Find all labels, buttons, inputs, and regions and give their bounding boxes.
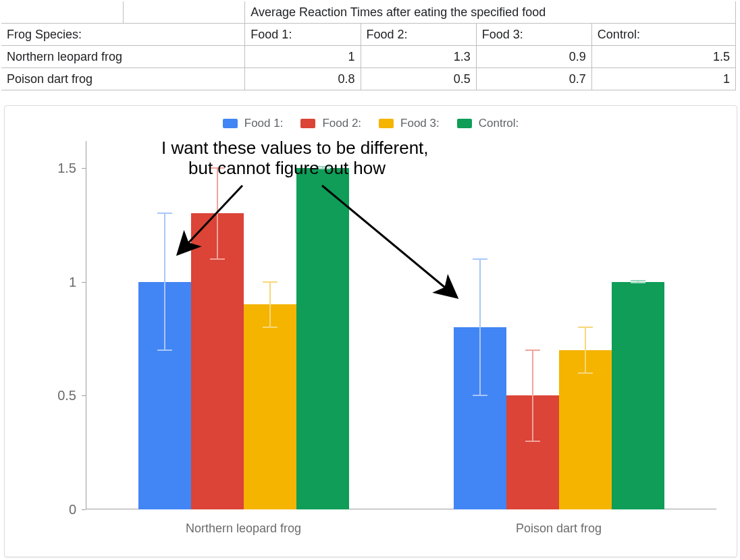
error-cap: [473, 258, 487, 260]
cell-blank[interactable]: [1, 1, 123, 24]
y-tick: [82, 282, 86, 283]
legend-item: Food 3:: [379, 117, 440, 130]
y-tick: [82, 168, 86, 169]
y-tick: [82, 509, 86, 510]
data-table: Average Reaction Times after eating the …: [1, 1, 736, 90]
error-cap: [525, 349, 540, 351]
error-cap: [578, 372, 593, 374]
x-tick-label: Northern leopard frog: [186, 522, 301, 536]
error-cap: [525, 441, 540, 442]
cell-blank[interactable]: [123, 1, 245, 24]
value-cell[interactable]: 1: [245, 46, 361, 68]
legend-label: Food 1:: [244, 117, 284, 130]
value-cell[interactable]: 1: [591, 68, 735, 90]
error-cap: [157, 349, 172, 351]
col-header-cell[interactable]: Food 1:: [245, 24, 361, 46]
species-cell[interactable]: Poison dart frog: [1, 68, 245, 90]
error-cap: [210, 258, 225, 260]
annotation-line2: but cannot figure out how: [161, 158, 386, 178]
y-tick-label: 0: [69, 502, 76, 517]
error-bar: [532, 350, 533, 441]
legend-swatch: [457, 119, 472, 128]
chart-card[interactable]: Food 1: Food 2: Food 3: Control: 00.511.…: [4, 105, 737, 557]
table-row: Northern leopard frog 1 1.3 0.9 1.5: [1, 46, 736, 68]
error-cap: [578, 327, 593, 328]
annotation-text: I want these values to be different, but…: [161, 138, 429, 179]
value-cell[interactable]: 1.5: [591, 46, 735, 68]
bar: [296, 168, 349, 509]
chart-plot-area: 00.511.5Northern leopard frogPoison dart…: [86, 145, 716, 509]
value-cell[interactable]: 0.8: [245, 68, 361, 90]
y-tick: [82, 395, 86, 396]
error-cap: [263, 327, 278, 328]
col-header-cell[interactable]: Food 3:: [476, 24, 591, 46]
legend-item: Control:: [457, 117, 519, 130]
table-row: Average Reaction Times after eating the …: [1, 1, 736, 24]
error-cap: [631, 280, 645, 281]
y-tick-label: 0.5: [57, 388, 76, 403]
value-cell[interactable]: 0.7: [476, 68, 591, 90]
legend-swatch: [223, 119, 238, 128]
error-bar: [217, 168, 218, 259]
value-cell[interactable]: 0.9: [476, 46, 591, 68]
col-header-cell[interactable]: Control:: [591, 24, 735, 46]
legend-label: Food 3:: [400, 117, 440, 130]
legend-label: Control:: [479, 117, 519, 130]
bar: [244, 304, 296, 509]
row-header-cell[interactable]: Frog Species:: [1, 24, 245, 46]
col-header-cell[interactable]: Food 2:: [361, 24, 476, 46]
annotation-line1: I want these values to be different,: [161, 138, 429, 158]
species-cell[interactable]: Northern leopard frog: [1, 46, 245, 68]
table-row: Poison dart frog 0.8 0.5 0.7 1: [1, 68, 736, 90]
y-axis: [86, 141, 86, 509]
error-bar: [479, 259, 481, 396]
legend-item: Food 1:: [223, 117, 284, 130]
bar: [559, 350, 612, 509]
error-cap: [631, 282, 645, 283]
bar: [612, 282, 664, 510]
y-tick-label: 1.5: [57, 160, 76, 175]
legend-swatch: [379, 119, 394, 128]
value-cell[interactable]: 0.5: [361, 68, 476, 90]
value-cell[interactable]: 1.3: [361, 46, 476, 68]
table-row: Frog Species: Food 1: Food 2: Food 3: Co…: [1, 24, 736, 46]
error-cap: [263, 281, 278, 283]
legend-label: Food 2:: [322, 117, 361, 130]
error-bar: [269, 282, 271, 328]
error-bar: [164, 213, 165, 350]
legend-item: Food 2:: [300, 117, 361, 130]
chart-legend: Food 1: Food 2: Food 3: Control:: [5, 117, 737, 130]
error-bar: [585, 327, 586, 373]
error-cap: [473, 395, 487, 396]
y-tick-label: 1: [69, 274, 76, 289]
error-cap: [157, 213, 172, 214]
legend-swatch: [300, 119, 315, 128]
x-tick-label: Poison dart frog: [516, 522, 602, 536]
merged-header-cell[interactable]: Average Reaction Times after eating the …: [245, 1, 736, 24]
